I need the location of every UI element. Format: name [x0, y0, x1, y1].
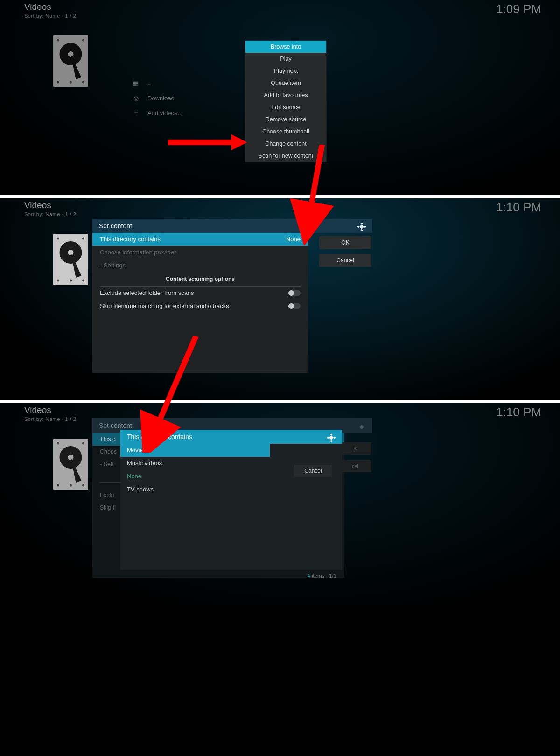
svg-point-19 — [82, 484, 84, 487]
dialog-buttons-behind: K cel — [339, 442, 371, 478]
ctx-queue-item[interactable]: Queue item — [245, 77, 326, 89]
clock: 1:10 PM — [496, 405, 541, 420]
header: Videos Sort by: Name · 1 / 2 — [24, 200, 76, 217]
opt-exclude-folder[interactable]: Exclude selected folder from scans — [92, 287, 308, 300]
clock: 1:10 PM — [496, 200, 541, 215]
kodi-logo-icon — [327, 433, 336, 441]
sort-page-info: Sort by: Name · 1 / 2 — [24, 416, 76, 422]
chooser-opt-tv-shows[interactable]: TV shows — [120, 483, 342, 496]
sort-page-info: Sort by: Name · 1 / 2 — [24, 13, 76, 19]
svg-rect-26 — [359, 425, 364, 429]
hard-disk-icon — [53, 439, 88, 490]
kodi-logo-icon — [357, 421, 366, 430]
directory-contains-value: None — [286, 233, 301, 246]
toggle-off-icon[interactable] — [288, 303, 301, 309]
context-menu: Browse into Play Play next Queue item Ad… — [245, 40, 327, 162]
ctx-add-favourites[interactable]: Add to favourites — [245, 89, 326, 101]
clock: 1:09 PM — [496, 2, 541, 16]
svg-point-9 — [57, 238, 59, 240]
parent-dir-item[interactable]: ▦.. — [133, 76, 182, 91]
svg-rect-27 — [330, 434, 332, 435]
dialog-header: Set content — [92, 219, 372, 233]
ctx-scan-new-content[interactable]: Scan for new content — [245, 150, 326, 162]
svg-rect-28 — [327, 436, 329, 439]
svg-rect-24 — [360, 229, 363, 231]
chooser-cancel-button[interactable]: Cancel — [294, 465, 332, 477]
svg-point-6 — [70, 81, 72, 84]
hard-disk-icon — [53, 234, 88, 285]
svg-rect-25 — [359, 224, 364, 229]
svg-point-11 — [57, 280, 59, 282]
ctx-remove-source[interactable]: Remove source — [245, 113, 326, 126]
svg-rect-21 — [360, 223, 363, 224]
cancel-button-behind: cel — [339, 460, 371, 472]
directory-contains-chooser: This directory contains Movies Music vid… — [120, 430, 342, 582]
cancel-button[interactable]: Cancel — [319, 254, 371, 267]
svg-point-12 — [82, 280, 84, 282]
page-title: Videos — [24, 200, 76, 210]
row-information-provider[interactable]: Choose information provider — [92, 246, 308, 259]
svg-rect-22 — [357, 225, 359, 228]
chooser-header: This directory contains — [120, 430, 342, 444]
svg-point-10 — [82, 238, 84, 240]
svg-point-16 — [57, 442, 59, 445]
ctx-change-content[interactable]: Change content — [245, 138, 326, 150]
ok-button-behind: K — [339, 442, 371, 455]
ctx-play-next[interactable]: Play next — [245, 65, 326, 77]
ctx-choose-thumbnail[interactable]: Choose thumbnail — [245, 126, 326, 138]
video-source-list: ▦.. ◎Download ＋Add videos... — [133, 76, 182, 120]
ctx-edit-source[interactable]: Edit source — [245, 101, 326, 113]
ctx-browse-into[interactable]: Browse into — [245, 41, 326, 53]
page-title: Videos — [24, 2, 76, 12]
header: Videos Sort by: Name · 1 / 2 — [24, 405, 76, 422]
download-item[interactable]: ◎Download — [133, 91, 182, 105]
plus-icon: ＋ — [133, 109, 139, 117]
drive-icon: ◎ — [133, 95, 139, 102]
header: Videos Sort by: Name · 1 / 2 — [24, 2, 76, 19]
folder-icon: ▦ — [133, 80, 139, 87]
hard-disk-icon — [53, 35, 88, 87]
svg-rect-30 — [330, 440, 332, 442]
svg-point-17 — [82, 442, 84, 445]
svg-point-2 — [57, 39, 59, 42]
chooser-opt-movies[interactable]: Movies — [120, 444, 270, 457]
svg-point-13 — [70, 280, 72, 282]
svg-point-20 — [70, 484, 72, 487]
page-title: Videos — [24, 405, 76, 415]
sort-page-info: Sort by: Name · 1 / 2 — [24, 211, 76, 217]
svg-rect-31 — [329, 435, 334, 440]
svg-point-4 — [57, 81, 59, 84]
annotation-arrow — [168, 140, 233, 145]
toggle-off-icon[interactable] — [288, 290, 301, 296]
ok-button[interactable]: OK — [319, 236, 371, 249]
kodi-logo-icon — [357, 222, 366, 230]
opt-skip-filename[interactable]: Skip filename matching for external audi… — [92, 300, 308, 313]
svg-point-5 — [82, 81, 84, 84]
add-videos-item[interactable]: ＋Add videos... — [133, 105, 182, 120]
chooser-footer: 4 items · 1/1 — [120, 570, 342, 582]
svg-rect-23 — [364, 225, 366, 228]
row-directory-contains[interactable]: This directory contains None — [92, 233, 308, 246]
svg-point-3 — [82, 39, 84, 42]
dialog-buttons: OK Cancel — [319, 236, 371, 272]
svg-point-18 — [57, 484, 59, 487]
row-provider-settings[interactable]: - Settings — [92, 259, 308, 272]
scan-options-header: Content scanning options — [100, 272, 301, 287]
svg-rect-29 — [334, 436, 336, 439]
ctx-play[interactable]: Play — [245, 53, 326, 65]
